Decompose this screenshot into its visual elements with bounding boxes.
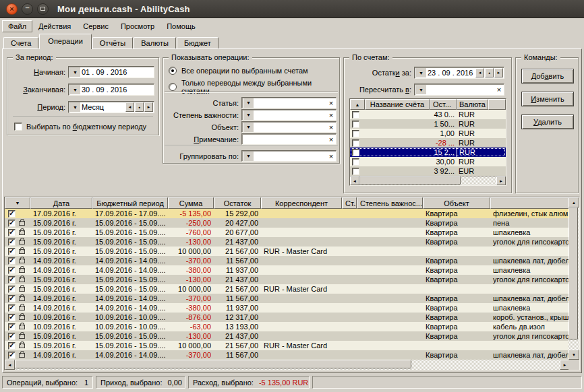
account-checkbox[interactable]: [352, 130, 359, 137]
transactions-column-header-article[interactable]: Ст...: [342, 197, 357, 209]
transaction-checkbox[interactable]: ✓: [8, 248, 16, 255]
period-field[interactable]: ▼Месяц◄●►: [68, 101, 154, 113]
transaction-row[interactable]: ✓14.09.2016 г.14.09.2016 - 14.09....-380…: [5, 265, 579, 275]
transaction-row[interactable]: ✓15.09.2016 г.15.09.2016 - 15.09....10 0…: [5, 284, 579, 294]
transaction-checkbox[interactable]: ✓: [8, 210, 16, 218]
object-combo[interactable]: ▼×: [241, 121, 337, 133]
transaction-row[interactable]: ✓14.09.2016 г.14.09.2016 - 14.09....-370…: [5, 350, 579, 360]
accounts-column-header-currency[interactable]: Валюта: [457, 99, 488, 110]
transaction-checkbox[interactable]: ✓: [8, 286, 16, 293]
dropdown-icon[interactable]: ▼: [243, 110, 254, 120]
accounts-scroll-thumb[interactable]: [359, 176, 461, 185]
spin-right-icon[interactable]: ►: [494, 68, 503, 77]
sort-desc-icon[interactable]: ▼: [5, 197, 30, 209]
clear-icon[interactable]: ×: [494, 86, 504, 94]
clear-icon[interactable]: ×: [326, 152, 336, 160]
transaction-row[interactable]: ✓14.09.2016 г.14.09.2016 - 14.09....-370…: [5, 294, 579, 303]
transaction-checkbox[interactable]: ✓: [8, 267, 16, 274]
transaction-row[interactable]: ✓10.09.2016 г.10.09.2016 - 10.09....-876…: [5, 313, 579, 322]
edit-button[interactable]: Изменить: [521, 92, 574, 106]
transaction-row[interactable]: ✓15.09.2016 г.15.09.2016 - 15.09....-760…: [5, 228, 579, 237]
account-checkbox[interactable]: [352, 139, 359, 147]
scroll-right-icon[interactable]: ►: [496, 176, 506, 185]
tab-operations[interactable]: Операции: [39, 34, 91, 49]
scroll-left-icon[interactable]: ◄: [350, 176, 359, 185]
scroll-left-icon[interactable]: ◄: [5, 360, 15, 370]
transaction-row[interactable]: ✓14.09.2016 г.14.09.2016 - 14.09....-380…: [5, 303, 579, 313]
spin-left-icon[interactable]: ◄: [475, 68, 484, 77]
account-row[interactable]: 30,00RUR: [350, 157, 506, 166]
accounts-column-header-balance[interactable]: Ост...: [430, 99, 457, 110]
transaction-row[interactable]: ✓15.09.2016 г.15.09.2016 - 15.09....10 0…: [5, 341, 579, 350]
transactions-column-header-note[interactable]: [490, 197, 570, 209]
add-button[interactable]: Добавить: [521, 69, 574, 84]
importance-combo[interactable]: ▼×: [241, 109, 337, 121]
transaction-checkbox[interactable]: ✓: [8, 276, 16, 284]
dropdown-icon[interactable]: ▼: [243, 98, 254, 108]
account-checkbox[interactable]: ✓: [352, 149, 359, 156]
horizontal-scroll-track[interactable]: [15, 360, 560, 370]
dropdown-icon[interactable]: ▼: [243, 123, 254, 132]
transactions-column-header-date[interactable]: Дата: [30, 197, 92, 209]
transaction-row[interactable]: ✓15.09.2016 г.15.09.2016 - 15.09....10 0…: [5, 247, 579, 256]
clear-icon[interactable]: ×: [326, 111, 336, 119]
account-row[interactable]: ✓15 2...RUR: [350, 148, 506, 157]
dropdown-icon[interactable]: ▼: [70, 85, 80, 94]
transaction-checkbox[interactable]: ✓: [8, 314, 16, 321]
clear-icon[interactable]: ×: [326, 135, 336, 143]
balance-date-field[interactable]: ▼ 23 . 09 . 2016 ◄ ● ►: [414, 67, 504, 79]
dropdown-icon[interactable]: ▼: [416, 68, 426, 77]
horizontal-scrollbar[interactable]: ◄ ►: [5, 360, 570, 370]
transaction-checkbox[interactable]: ✓: [8, 238, 16, 246]
transaction-checkbox[interactable]: ✓: [8, 342, 16, 350]
transfers-radio[interactable]: [169, 83, 177, 91]
account-row[interactable]: 1,00RUR: [350, 129, 506, 138]
transaction-row[interactable]: ✓15.09.2016 г.15.09.2016 - 15.09....-130…: [5, 331, 579, 341]
start-date-field[interactable]: ▼01 . 09 . 2016: [68, 66, 154, 78]
end-date-field[interactable]: ▼30 . 09 . 2016: [68, 84, 154, 96]
menu-item-help[interactable]: Помощь: [160, 20, 202, 32]
sort-asc-icon[interactable]: ▲: [350, 99, 365, 110]
transaction-checkbox[interactable]: ✓: [8, 323, 16, 331]
budget-period-checkbox[interactable]: [14, 123, 22, 131]
delete-button[interactable]: Удалить: [521, 115, 574, 129]
minimize-button[interactable]: –: [22, 3, 33, 15]
account-row[interactable]: 3 92...EUR: [350, 166, 506, 176]
dropdown-icon[interactable]: ▼: [70, 102, 80, 112]
scroll-down-icon[interactable]: ▼: [568, 350, 579, 360]
article-combo[interactable]: ▼×: [241, 97, 337, 108]
transaction-checkbox[interactable]: ✓: [8, 352, 16, 359]
accounts-horizontal-scrollbar[interactable]: ◄►: [350, 176, 506, 185]
account-checkbox[interactable]: [352, 168, 359, 175]
note-input[interactable]: ×: [241, 133, 337, 145]
transactions-column-header-importance[interactable]: Степень важнос...: [357, 197, 423, 209]
vertical-scroll-thumb[interactable]: [568, 207, 578, 339]
transaction-row[interactable]: ✓15.09.2016 г.15.09.2016 - 15.09....-130…: [5, 237, 579, 247]
transaction-checkbox[interactable]: ✓: [8, 220, 16, 227]
maximize-button[interactable]: [37, 3, 49, 15]
transactions-column-header-budget-period[interactable]: Бюджетный период: [92, 197, 168, 209]
transaction-checkbox[interactable]: ✓: [8, 295, 16, 302]
transactions-column-header-balance[interactable]: Остаток: [214, 197, 261, 209]
account-row[interactable]: -28 ...RUR: [350, 138, 506, 148]
vertical-scrollbar[interactable]: ▲ ▼: [568, 197, 579, 360]
transaction-row[interactable]: ✓17.09.2016 г.17.09.2016 - 17.09....-5 1…: [5, 209, 579, 218]
recalc-combo[interactable]: ▼ ×: [414, 84, 504, 96]
account-checkbox[interactable]: [352, 158, 359, 166]
scroll-up-icon[interactable]: ▲: [568, 197, 579, 207]
transaction-checkbox[interactable]: ✓: [8, 304, 16, 312]
transaction-row[interactable]: ✓14.09.2016 г.14.09.2016 - 14.09....-370…: [5, 256, 579, 265]
menu-item-actions[interactable]: Действия: [32, 20, 77, 32]
horizontal-scroll-thumb[interactable]: [15, 360, 411, 368]
dropdown-icon[interactable]: ▼: [70, 67, 80, 77]
menu-item-file[interactable]: Файл: [2, 20, 32, 32]
transactions-column-header-correspondent[interactable]: Корреспондент: [261, 197, 342, 209]
close-button[interactable]: ×: [6, 3, 18, 15]
all-operations-radio[interactable]: [169, 67, 177, 75]
menu-item-service[interactable]: Сервис: [77, 20, 115, 32]
clear-icon[interactable]: ×: [326, 123, 336, 131]
spin-right-icon[interactable]: ►: [144, 102, 153, 112]
accounts-column-header-name[interactable]: Название счёта: [365, 99, 430, 110]
transactions-column-header-sum[interactable]: Сумма: [168, 197, 214, 209]
spin-dot-icon[interactable]: ●: [485, 68, 494, 77]
